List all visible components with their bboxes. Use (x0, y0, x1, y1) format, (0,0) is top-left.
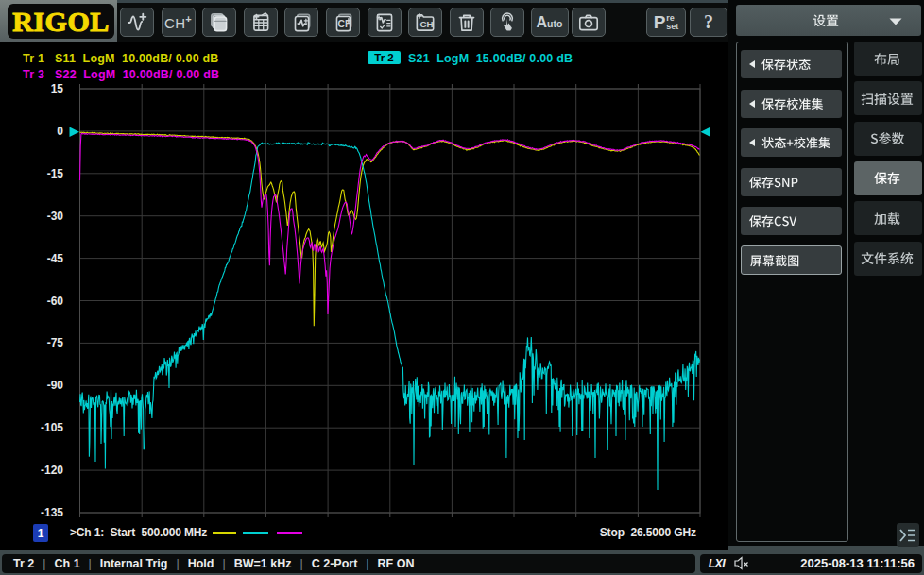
svg-text:CH: CH (420, 19, 434, 29)
